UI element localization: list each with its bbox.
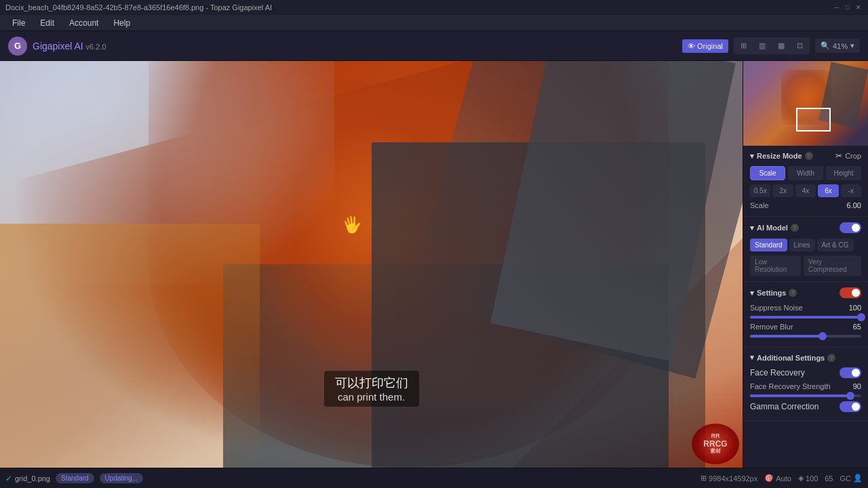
- grid-icon: ⊞: [701, 474, 707, 483]
- watermark: RR RRCG 素材: [692, 424, 739, 464]
- resize-mode-info[interactable]: ?: [805, 152, 813, 160]
- collapse-arrow-icon: ▾: [750, 289, 754, 298]
- collapse-arrow-icon: ▾: [750, 152, 754, 161]
- close-button[interactable]: ✕: [854, 3, 863, 12]
- ai-model-info[interactable]: ?: [791, 224, 799, 232]
- maximize-button[interactable]: □: [844, 3, 852, 12]
- scale-0.5x-button[interactable]: 0.5x: [750, 184, 770, 197]
- remove-blur-thumb[interactable]: [818, 332, 827, 340]
- remove-blur-row: Remove Blur 65: [750, 323, 861, 331]
- low-resolution-button[interactable]: Low Resolution: [750, 256, 801, 276]
- ai-model-title: ▾ AI Model ?: [750, 224, 799, 232]
- status-dimensions: ⊞ 9984x14592px: [701, 474, 757, 483]
- gc-icon: 👤: [853, 474, 863, 483]
- settings-header[interactable]: ▾ Settings ?: [750, 287, 861, 298]
- status-noise: ◈ 100: [798, 474, 818, 483]
- settings-toggle[interactable]: [840, 287, 861, 298]
- app-header: G Gigapixel AI v6.2.0 👁 Original ⊞ ▥ ▦ ⊡…: [0, 31, 868, 61]
- status-blur: 65: [825, 474, 833, 483]
- thumbnail-viewport-box[interactable]: [796, 108, 831, 131]
- standard-model-button[interactable]: Standard: [750, 239, 787, 251]
- width-mode-button[interactable]: Width: [788, 166, 823, 180]
- original-view-button[interactable]: 👁 Original: [682, 39, 728, 53]
- resize-mode-title: ▾ Resize Mode ?: [750, 152, 813, 161]
- ai-model-header[interactable]: ▾ AI Model ?: [750, 222, 861, 233]
- menu-account[interactable]: Account: [62, 17, 105, 29]
- art-cg-model-button[interactable]: Art & CG: [817, 239, 854, 251]
- status-left: ✓ grid_0.png Standard Updating...: [5, 473, 143, 483]
- crop-icon: ✂: [835, 151, 842, 161]
- zoom-icon: 🔍: [821, 41, 830, 50]
- compare-view-button[interactable]: ⊡: [791, 39, 808, 53]
- crop-button[interactable]: ✂ Crop: [835, 151, 861, 161]
- split-view-button[interactable]: ▥: [753, 39, 771, 53]
- minimize-button[interactable]: ─: [833, 3, 841, 12]
- menu-file[interactable]: File: [5, 17, 32, 29]
- settings-info[interactable]: ?: [789, 289, 797, 297]
- remove-blur-fill: [750, 335, 823, 338]
- face-recovery-toggle[interactable]: [840, 367, 861, 378]
- side-view-button[interactable]: ▦: [772, 39, 790, 53]
- subtitle-overlay: 可以打印它们 can print them.: [324, 371, 419, 407]
- header-controls: 👁 Original ⊞ ▥ ▦ ⊡ 🔍 41% ▾: [682, 37, 860, 54]
- titlebar: Docix_beach_04fb8249-8a52-42b5-87e8-a365…: [0, 0, 868, 15]
- menu-edit[interactable]: Edit: [33, 17, 61, 29]
- canvas-area[interactable]: 🖐 可以打印它们 can print them. RR RRCG 素材: [0, 61, 743, 468]
- resize-mode-section: ▾ Resize Mode ? ✂ Crop Scale Width Heigh…: [743, 146, 868, 217]
- height-mode-button[interactable]: Height: [826, 166, 861, 180]
- app-logo-icon: G: [8, 37, 27, 56]
- right-panel: ▾ Resize Mode ? ✂ Crop Scale Width Heigh…: [743, 61, 868, 468]
- scale-value-row: Scale 6.00: [750, 201, 861, 209]
- titlebar-controls: ─ □ ✕: [833, 3, 863, 12]
- scale-factor-buttons: 0.5x 2x 4x 6x -x: [750, 184, 861, 197]
- scale-value: 6.00: [847, 201, 861, 209]
- menu-help[interactable]: Help: [106, 17, 137, 29]
- additional-settings-header[interactable]: ▾ Additional Settings ?: [750, 353, 861, 362]
- ai-sub-buttons: Low Resolution Very Compressed: [750, 256, 861, 276]
- view-mode-group: ⊞ ▥ ▦ ⊡: [734, 37, 810, 54]
- suppress-noise-value: 100: [849, 304, 861, 312]
- grid-view-button[interactable]: ⊞: [735, 39, 752, 53]
- remove-blur-slider[interactable]: [750, 335, 861, 338]
- scale-4x-button[interactable]: 4x: [795, 184, 816, 197]
- scale-mode-button[interactable]: Scale: [750, 166, 785, 180]
- suppress-noise-thumb[interactable]: [857, 313, 865, 321]
- app-title: Gigapixel AI v6.2.0: [33, 41, 106, 52]
- titlebar-left: Docix_beach_04fb8249-8a52-42b5-87e8-a365…: [5, 3, 272, 12]
- ai-model-section: ▾ AI Model ? Standard Lines Art & CG Low…: [743, 217, 868, 282]
- subtitle-chinese: 可以打印它们: [335, 375, 408, 391]
- scale-2x-button[interactable]: 2x: [772, 184, 793, 197]
- thumbnail-area: [743, 61, 868, 146]
- resize-mode-header[interactable]: ▾ Resize Mode ? ✂ Crop: [750, 151, 861, 161]
- canvas-image: 🖐 可以打印它们 can print them. RR RRCG 素材: [0, 61, 743, 468]
- lines-model-button[interactable]: Lines: [789, 239, 815, 251]
- ai-model-toggle[interactable]: [840, 222, 861, 233]
- additional-settings-title: ▾ Additional Settings ?: [750, 353, 835, 362]
- additional-settings-info[interactable]: ?: [827, 354, 835, 362]
- face-recovery-strength-slider[interactable]: [750, 394, 861, 397]
- suppress-noise-row: Suppress Noise 100: [750, 304, 861, 312]
- status-gc: GC 👤: [840, 474, 863, 483]
- status-right: ⊞ 9984x14592px 🎯 Auto ◈ 100 65 GC 👤: [701, 474, 863, 483]
- scale-6x-button[interactable]: 6x: [818, 184, 838, 197]
- suppress-noise-fill: [750, 316, 861, 319]
- remove-blur-track: [750, 335, 861, 338]
- scale-custom-button[interactable]: -x: [841, 184, 861, 197]
- face-recovery-strength-track: [750, 394, 861, 397]
- suppress-noise-slider[interactable]: [750, 316, 861, 319]
- settings-section: ▾ Settings ? Suppress Noise 100 Remove B…: [743, 282, 868, 348]
- zoom-control[interactable]: 🔍 41% ▾: [815, 39, 860, 53]
- remove-blur-value: 65: [853, 323, 861, 331]
- very-compressed-button[interactable]: Very Compressed: [804, 256, 861, 276]
- gamma-correction-toggle[interactable]: [840, 401, 861, 412]
- face-recovery-strength-thumb[interactable]: [846, 392, 854, 400]
- status-bar: ✓ grid_0.png Standard Updating... ⊞ 9984…: [0, 468, 868, 488]
- face-recovery-label: Face Recovery: [750, 368, 805, 378]
- face-recovery-strength-label: Face Recovery Strength: [750, 382, 831, 390]
- collapse-arrow-icon: ▾: [750, 353, 754, 362]
- suppress-noise-track: [750, 316, 861, 319]
- face-recovery-strength-value: 90: [853, 382, 861, 390]
- auto-icon: 🎯: [764, 474, 774, 483]
- settings-title: ▾ Settings ?: [750, 289, 797, 298]
- status-updating: Updating...: [100, 473, 143, 483]
